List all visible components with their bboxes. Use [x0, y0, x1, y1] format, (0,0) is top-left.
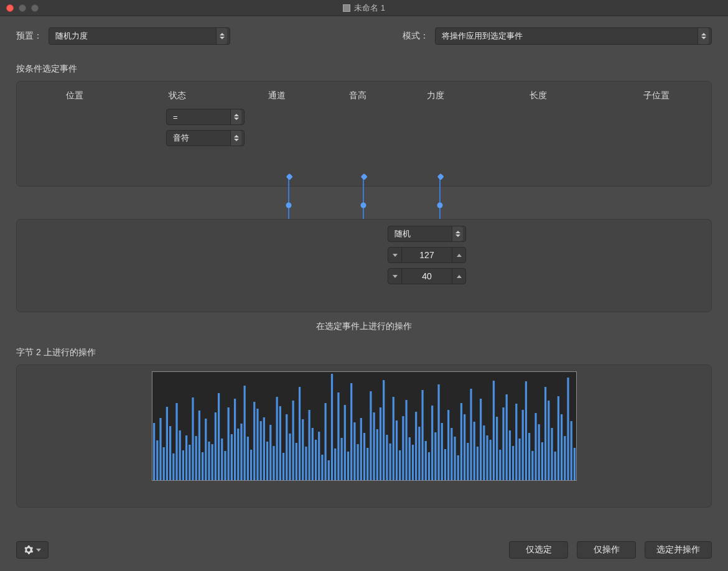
svg-rect-27 [240, 424, 242, 480]
document-icon [343, 4, 350, 12]
svg-rect-122 [548, 401, 549, 480]
svg-rect-58 [340, 438, 342, 480]
svg-rect-14 [198, 411, 200, 480]
header-length: 长度 [476, 90, 600, 101]
svg-rect-49 [311, 428, 313, 480]
svg-rect-129 [570, 421, 572, 480]
svg-rect-29 [246, 437, 248, 480]
svg-rect-3 [162, 447, 164, 480]
svg-rect-88 [437, 384, 439, 480]
gear-icon [24, 545, 34, 555]
svg-rect-55 [330, 374, 332, 480]
select-and-operate-button[interactable]: 选定并操作 [645, 541, 712, 559]
operate-only-button[interactable]: 仅操作 [577, 541, 636, 559]
velocity-mode-select[interactable]: 随机 [388, 226, 466, 242]
velocity-max-value: 127 [419, 250, 434, 260]
preset-select[interactable]: 随机力度 [49, 27, 230, 45]
stepper-increment[interactable] [452, 248, 465, 262]
close-icon[interactable] [6, 4, 14, 12]
updown-icon [230, 131, 241, 146]
svg-rect-95 [460, 403, 462, 480]
svg-rect-75 [395, 420, 397, 480]
preview-title: 字节 2 上进行的操作 [16, 347, 712, 358]
velocity-max-stepper[interactable]: 127 [388, 247, 466, 263]
svg-rect-80 [411, 445, 413, 480]
svg-rect-47 [305, 447, 307, 480]
chevron-down-icon [36, 549, 41, 552]
svg-rect-106 [496, 417, 498, 480]
header-status: 状态 [121, 90, 233, 101]
svg-rect-107 [499, 450, 501, 480]
svg-rect-51 [318, 432, 320, 480]
select-only-label: 仅选定 [526, 544, 552, 555]
header-velocity: 力度 [395, 90, 476, 101]
svg-rect-97 [467, 443, 469, 480]
svg-rect-126 [561, 414, 562, 480]
svg-rect-40 [282, 453, 284, 480]
velocity-mode-value: 随机 [394, 228, 411, 239]
status-type-select[interactable]: 音符 [166, 130, 245, 146]
svg-rect-52 [321, 455, 323, 480]
svg-rect-32 [256, 409, 258, 480]
svg-rect-8 [179, 430, 180, 480]
velocity-min-stepper[interactable]: 40 [388, 268, 466, 284]
select-only-button[interactable]: 仅选定 [509, 541, 568, 559]
svg-rect-90 [444, 449, 446, 480]
svg-rect-28 [243, 386, 245, 480]
svg-rect-0 [152, 423, 154, 480]
svg-rect-87 [434, 432, 436, 480]
svg-rect-38 [276, 397, 278, 480]
status-operator-select[interactable]: = [166, 109, 245, 125]
svg-rect-81 [415, 412, 417, 480]
svg-rect-86 [431, 406, 433, 480]
maximize-icon[interactable] [31, 4, 39, 12]
svg-rect-24 [230, 434, 232, 480]
svg-rect-5 [169, 426, 170, 480]
svg-rect-116 [528, 433, 530, 480]
svg-rect-57 [337, 392, 339, 480]
svg-rect-72 [386, 435, 388, 480]
updown-icon [452, 226, 463, 241]
svg-rect-82 [418, 427, 420, 480]
svg-rect-23 [227, 407, 229, 480]
svg-rect-63 [357, 444, 358, 480]
svg-rect-70 [379, 407, 381, 480]
svg-rect-10 [185, 435, 187, 480]
svg-rect-76 [399, 450, 401, 480]
svg-rect-118 [534, 413, 536, 480]
top-row: 预置： 随机力度 模式： 将操作应用到选定事件 [16, 27, 712, 45]
svg-rect-33 [259, 421, 261, 480]
svg-rect-19 [214, 412, 216, 480]
minimize-icon[interactable] [19, 4, 26, 12]
svg-rect-64 [360, 418, 362, 480]
select-and-operate-label: 选定并操作 [656, 544, 700, 555]
svg-rect-60 [347, 452, 348, 480]
mode-select[interactable]: 将操作应用到选定事件 [435, 27, 712, 45]
updown-icon [230, 109, 241, 124]
svg-rect-79 [408, 437, 410, 480]
svg-rect-130 [573, 448, 575, 480]
svg-rect-22 [224, 451, 226, 480]
connectors [16, 185, 712, 219]
svg-rect-48 [308, 410, 310, 480]
status-type-value: 音符 [173, 132, 189, 144]
svg-rect-50 [314, 440, 316, 480]
titlebar: 未命名 1 [0, 0, 728, 16]
svg-rect-44 [295, 443, 297, 480]
preview-panel [16, 364, 712, 508]
header-pitch: 音高 [320, 90, 395, 101]
svg-rect-17 [208, 442, 210, 480]
svg-rect-74 [392, 397, 394, 480]
svg-rect-124 [554, 452, 556, 480]
svg-rect-125 [557, 396, 559, 480]
svg-rect-12 [192, 397, 194, 480]
stepper-decrement[interactable] [388, 269, 402, 284]
svg-rect-101 [480, 399, 482, 480]
svg-rect-45 [298, 387, 300, 480]
svg-rect-105 [492, 381, 494, 480]
gear-menu-button[interactable] [16, 541, 49, 559]
stepper-decrement[interactable] [388, 248, 402, 262]
svg-rect-35 [266, 442, 268, 480]
stepper-increment[interactable] [452, 269, 465, 284]
status-operator-value: = [173, 113, 178, 122]
